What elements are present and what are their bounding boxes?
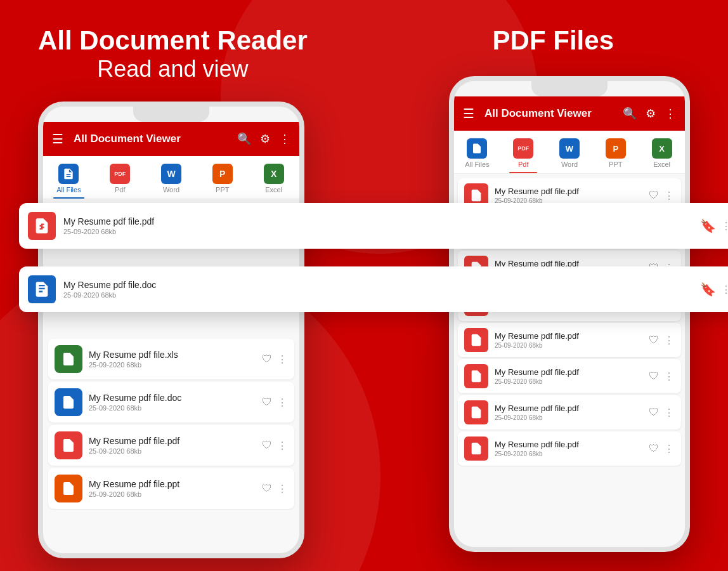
file-icon-pdf bbox=[55, 431, 82, 459]
floating-card-pdf[interactable]: My Resume pdf file.pdf 25-09-2020 68kb 🔖… bbox=[19, 203, 728, 249]
tab-allfiles-label-left: All Files bbox=[56, 186, 81, 194]
tab-all-files-right[interactable]: All Files bbox=[454, 135, 500, 173]
floating-pdf-icon bbox=[28, 212, 56, 240]
shield-icon-r1[interactable]: 🛡 bbox=[649, 190, 659, 201]
tab-pdf-left[interactable]: PDF Pdf bbox=[94, 160, 146, 199]
tab-word-label-left: Word bbox=[163, 186, 179, 194]
more-icon-right[interactable]: ⋮ bbox=[665, 107, 676, 121]
file-meta: 25-09-2020 68kb bbox=[89, 361, 256, 369]
tab-ppt-left[interactable]: P PPT bbox=[197, 160, 248, 199]
file-icon-ppt bbox=[55, 475, 82, 502]
more-dots-r7[interactable]: ⋮ bbox=[664, 407, 675, 419]
file-name-r6: My Resume pdf file.pdf bbox=[495, 367, 642, 377]
list-item[interactable]: My Resume pdf file.pdf 25-09-2020 68kb 🛡… bbox=[48, 425, 294, 466]
tab-pdf-icon: PDF bbox=[110, 164, 130, 184]
shield-icon[interactable]: 🛡 bbox=[262, 397, 272, 408]
app-bar-icons-right: 🔍 ⚙ ⋮ bbox=[623, 107, 676, 121]
grid-icon-left[interactable]: ⚙ bbox=[260, 132, 270, 146]
file-info-r7: My Resume pdf file.pdf 25-09-2020 68kb bbox=[495, 404, 642, 421]
tab-all-files-left[interactable]: All Files bbox=[43, 160, 94, 199]
list-item[interactable]: My Resume pdf file.doc 25-09-2020 68kb 🛡… bbox=[48, 382, 294, 423]
floating-actions-1: 🔖 ⋮ bbox=[700, 218, 728, 233]
more-dots-icon[interactable]: ⋮ bbox=[721, 284, 728, 296]
tab-pdf-right[interactable]: PDF Pdf bbox=[500, 135, 547, 173]
more-dots-r1[interactable]: ⋮ bbox=[664, 190, 675, 202]
search-icon-right[interactable]: 🔍 bbox=[623, 107, 637, 121]
tab-ppt-label-left: PPT bbox=[216, 186, 229, 194]
bookmark-outline-icon[interactable]: 🔖 bbox=[700, 282, 716, 297]
more-dots-r8[interactable]: ⋮ bbox=[664, 443, 675, 455]
hamburger-icon-right[interactable]: ☰ bbox=[463, 106, 474, 121]
more-dots-r6[interactable]: ⋮ bbox=[664, 371, 675, 383]
tab-ppt-icon: P bbox=[212, 164, 233, 184]
floating-file-name-2: My Resume pdf file.doc bbox=[63, 280, 692, 290]
search-icon-left[interactable]: 🔍 bbox=[237, 132, 251, 146]
file-info-r5: My Resume pdf file.pdf 25-09-2020 68kb bbox=[495, 331, 642, 349]
floating-file-meta-1: 25-09-2020 68kb bbox=[63, 228, 692, 235]
phone-right-content: ☰ All Document Viewer 🔍 ⚙ ⋮ All Files PD… bbox=[454, 96, 685, 547]
more-icon-left[interactable]: ⋮ bbox=[279, 132, 290, 146]
file-name: My Resume pdf file.doc bbox=[89, 393, 256, 403]
grid-icon-right[interactable]: ⚙ bbox=[646, 107, 656, 121]
file-name-r7: My Resume pdf file.pdf bbox=[495, 404, 642, 413]
tab-word-icon-right: W bbox=[559, 138, 580, 159]
file-icon-pdf-r6 bbox=[464, 364, 488, 388]
more-dots-icon[interactable]: ⋮ bbox=[721, 220, 728, 232]
shield-icon-r5[interactable]: 🛡 bbox=[649, 334, 659, 346]
file-name-r5: My Resume pdf file.pdf bbox=[495, 331, 642, 341]
shield-icon-r6[interactable]: 🛡 bbox=[649, 371, 659, 382]
hamburger-icon-left[interactable]: ☰ bbox=[52, 131, 63, 147]
pdf-files-title: PDF Files bbox=[493, 25, 614, 56]
file-info: My Resume pdf file.doc 25-09-2020 68kb bbox=[89, 393, 256, 412]
file-info-r1: My Resume pdf file.pdf 25-09-2020 68kb bbox=[495, 187, 642, 204]
tab-word-left[interactable]: W Word bbox=[146, 160, 197, 199]
more-dots-icon[interactable]: ⋮ bbox=[277, 397, 288, 409]
app-title-right: All Document Viewer bbox=[484, 107, 616, 120]
list-item[interactable]: My Resume pdf file.pdf 25-09-2020 68kb 🛡… bbox=[458, 431, 681, 466]
list-item[interactable]: My Resume pdf file.ppt 25-09-2020 68kb 🛡… bbox=[48, 468, 294, 509]
tab-word-right[interactable]: W Word bbox=[547, 135, 593, 173]
tab-excel-left[interactable]: X Excel bbox=[248, 160, 299, 199]
list-item[interactable]: My Resume pdf file.pdf 25-09-2020 68kb 🛡… bbox=[458, 395, 681, 430]
file-name: My Resume pdf file.xls bbox=[89, 350, 256, 360]
file-actions-r6: 🛡 ⋮ bbox=[649, 371, 675, 383]
tab-allfiles-icon bbox=[58, 164, 79, 184]
app-bar-icons-left: 🔍 ⚙ ⋮ bbox=[237, 132, 290, 146]
phone-left-content: ☰ All Document Viewer 🔍 ⚙ ⋮ All Files PD… bbox=[43, 122, 299, 553]
shield-icon[interactable]: 🛡 bbox=[262, 440, 272, 451]
tab-bar-left: All Files PDF Pdf W Word P PPT X Excel bbox=[43, 156, 299, 199]
file-actions-r7: 🛡 ⋮ bbox=[649, 407, 675, 419]
more-dots-icon[interactable]: ⋮ bbox=[277, 440, 288, 452]
file-actions: 🛡 ⋮ bbox=[262, 483, 288, 495]
main-title-line2: Read and view bbox=[38, 56, 308, 82]
more-dots-icon[interactable]: ⋮ bbox=[277, 483, 288, 495]
file-info: My Resume pdf file.xls 25-09-2020 68kb bbox=[89, 350, 256, 369]
tab-ppt-right[interactable]: P PPT bbox=[592, 135, 639, 173]
bookmark-filled-icon[interactable]: 🔖 bbox=[700, 218, 716, 233]
tab-allfiles-label-right: All Files bbox=[465, 161, 490, 168]
shield-icon-r7[interactable]: 🛡 bbox=[649, 407, 659, 418]
file-icon-pdf-r5 bbox=[464, 328, 488, 352]
tab-pdf-label-right: Pdf bbox=[518, 161, 529, 168]
floating-card-word[interactable]: My Resume pdf file.doc 25-09-2020 68kb 🔖… bbox=[19, 266, 728, 312]
floating-word-icon bbox=[28, 275, 56, 303]
list-item[interactable]: My Resume pdf file.pdf 25-09-2020 68kb 🛡… bbox=[458, 323, 681, 357]
floating-file-name-1: My Resume pdf file.pdf bbox=[63, 216, 692, 226]
more-dots-r5[interactable]: ⋮ bbox=[664, 334, 675, 346]
tab-pdf-label-left: Pdf bbox=[115, 186, 126, 194]
shield-icon[interactable]: 🛡 bbox=[262, 483, 272, 494]
notch-right bbox=[531, 81, 608, 96]
tab-excel-right[interactable]: X Excel bbox=[639, 135, 685, 173]
list-item[interactable]: My Resume pdf file.pdf 25-09-2020 68kb 🛡… bbox=[458, 359, 681, 393]
shield-icon-r8[interactable]: 🛡 bbox=[649, 443, 659, 454]
tab-pdf-icon-right: PDF bbox=[513, 138, 533, 159]
shield-icon[interactable]: 🛡 bbox=[262, 353, 272, 365]
file-info: My Resume pdf file.pdf 25-09-2020 68kb bbox=[89, 436, 256, 455]
file-icon-pdf-r7 bbox=[464, 400, 488, 424]
app-bar-right: ☰ All Document Viewer 🔍 ⚙ ⋮ bbox=[454, 96, 685, 131]
floating-file-info-1: My Resume pdf file.pdf 25-09-2020 68kb bbox=[63, 216, 692, 235]
more-dots-icon[interactable]: ⋮ bbox=[277, 353, 288, 365]
list-item[interactable]: My Resume pdf file.xls 25-09-2020 68kb 🛡… bbox=[48, 339, 294, 379]
file-list-left: My Resume pdf file.pdf 25-09-2020 68kb 🛡… bbox=[43, 199, 299, 553]
file-name-r8: My Resume pdf file.pdf bbox=[495, 440, 642, 449]
